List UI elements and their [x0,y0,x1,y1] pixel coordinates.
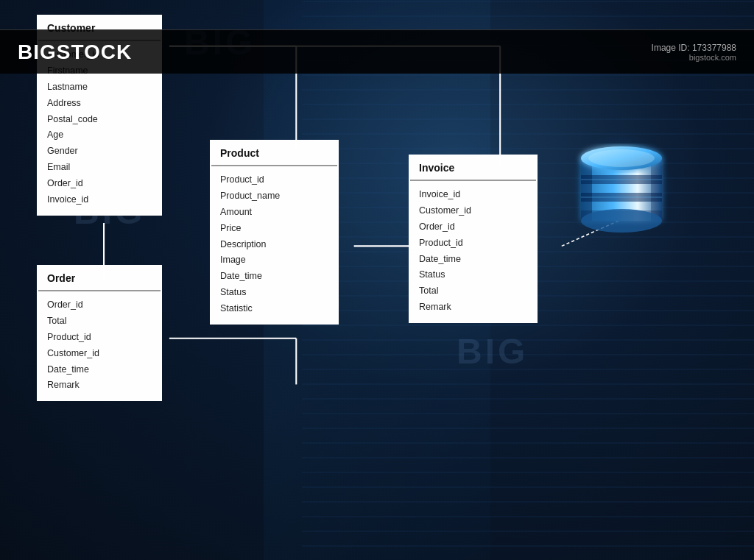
product-field-8: Status [220,285,328,301]
svg-rect-15 [651,158,662,221]
order-field-5: Date_time [47,362,152,378]
product-table: Product Product_id Product_name Amount P… [210,140,339,325]
svg-point-18 [581,209,662,233]
order-field-3: Product_id [47,330,152,346]
product-field-1: Product_id [220,172,328,188]
product-field-9: Statistic [220,301,328,317]
customer-field-7: Gender [47,143,152,160]
product-field-4: Price [220,221,328,237]
order-field-6: Remark [47,378,152,394]
invoice-field-1: Invoice_id [419,187,527,203]
invoice-field-2: Customer_id [419,203,527,219]
customer-field-6: Age [47,127,152,143]
bottom-bar: BIGSTOCK Image ID: 173377988 bigstock.co… [0,29,754,74]
order-field-4: Customer_id [47,346,152,362]
product-table-header: Product [211,141,337,166]
invoice-table: Invoice Invoice_id Customer_id Order_id … [409,155,538,323]
product-field-5: Description [220,237,328,253]
database-icon [563,125,680,243]
svg-rect-14 [581,158,592,221]
order-field-1: Order_id [47,297,152,313]
invoice-field-8: Remark [419,300,527,316]
order-table-body: Order_id Total Product_id Customer_id Da… [38,291,161,400]
invoice-field-3: Order_id [419,219,527,235]
order-table: Order Order_id Total Product_id Customer… [37,265,162,401]
svg-point-17 [588,149,655,167]
invoice-table-body: Invoice_id Customer_id Order_id Product_… [410,181,536,322]
product-table-body: Product_id Product_name Amount Price Des… [211,166,337,323]
customer-field-5: Postal_code [47,112,152,128]
bigstock-logo: BIGSTOCK [18,40,132,64]
order-field-2: Total [47,313,152,330]
product-field-2: Product_name [220,188,328,205]
invoice-field-7: Total [419,283,527,300]
customer-field-9: Order_id [47,176,152,192]
invoice-field-4: Product_id [419,235,527,252]
product-field-3: Amount [220,205,328,221]
image-info: Image ID: 173377988 bigstock.com [652,43,736,62]
customer-field-3: Lastname [47,79,152,96]
invoice-field-5: Date_time [419,252,527,268]
image-id-text: Image ID: 173377988 [652,43,736,53]
invoice-table-header: Invoice [410,156,536,181]
customer-field-10: Invoice_id [47,192,152,208]
customer-field-8: Email [47,160,152,176]
website-text: bigstock.com [652,53,736,62]
schema-area: Customer Customer_id Firstname Lastname … [0,0,754,29]
invoice-field-6: Status [419,267,527,283]
product-field-6: Image [220,252,328,269]
order-table-header: Order [38,266,161,291]
product-field-7: Date_time [220,269,328,285]
customer-field-4: Address [47,96,152,112]
